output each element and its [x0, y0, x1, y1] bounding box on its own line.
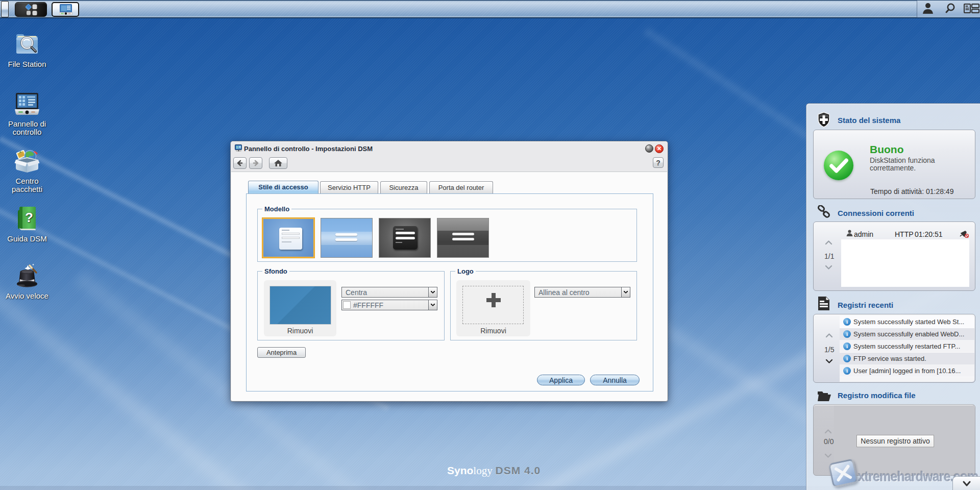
- svg-text:?: ?: [25, 210, 33, 225]
